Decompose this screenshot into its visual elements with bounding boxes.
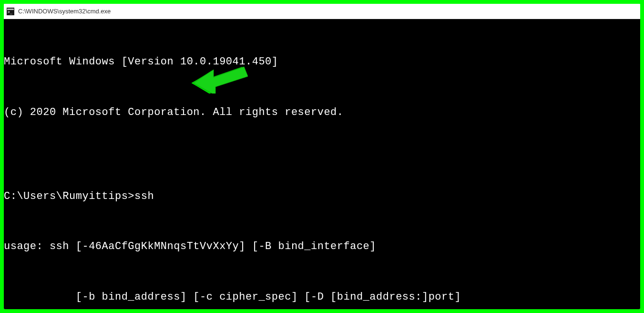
cmd-icon: >_ [7, 8, 14, 15]
terminal-output[interactable]: Microsoft Windows [Version 10.0.19041.45… [4, 19, 640, 309]
terminal-line: C:\Users\Rumyittips>ssh [4, 188, 640, 205]
terminal-line: Microsoft Windows [Version 10.0.19041.45… [4, 53, 640, 70]
terminal-line: (c) 2020 Microsoft Corporation. All righ… [4, 104, 640, 121]
terminal-line: usage: ssh [-46AaCfGgKkMNnqsTtVvXxYy] [-… [4, 238, 640, 255]
svg-text:>_: >_ [8, 10, 12, 14]
titlebar[interactable]: >_ C:\WINDOWS\system32\cmd.exe [4, 4, 640, 19]
terminal-line: [-b bind_address] [-c cipher_spec] [-D [… [4, 289, 640, 305]
cmd-window: >_ C:\WINDOWS\system32\cmd.exe Microsoft… [4, 4, 640, 309]
window-title: C:\WINDOWS\system32\cmd.exe [18, 8, 111, 15]
